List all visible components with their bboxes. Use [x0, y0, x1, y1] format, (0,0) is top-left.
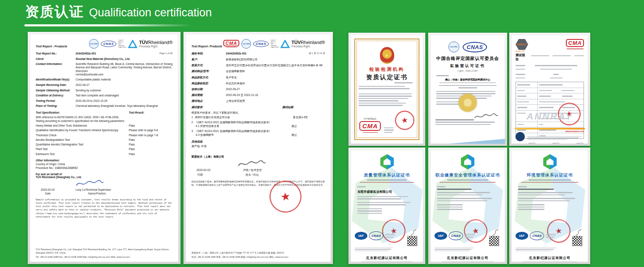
cma-cert-body-placeholder — [359, 86, 415, 106]
report-no-value: 244433452b 001 — [226, 52, 309, 55]
date-line-placeholder — [518, 207, 545, 208]
cnas-logo-icon: CNAS — [530, 231, 544, 240]
cma-cert-title-2: 资质认定证书 — [359, 73, 415, 81]
text-line-placeholder — [359, 93, 412, 95]
accreditation-logos: IAF CNAS — [516, 231, 556, 240]
cell-placeholder — [539, 90, 552, 91]
test-result-header: Test Result: — [129, 111, 173, 114]
other-info-1: 原产地: 中国 — [191, 145, 325, 148]
report-field-row: 样品获取方式: 客户寄送 — [191, 76, 325, 79]
emblem-star-icon: ★ — [385, 53, 389, 58]
tuv-wordmark: Rheinland® — [301, 40, 325, 45]
field-value: 上海化学实验室 — [226, 99, 245, 102]
cnas-logo-icon: CNAS — [463, 42, 487, 52]
text-line-placeholder — [516, 251, 551, 251]
footer-address: TÜV Rheinland (Shanghai) Co., Ltd. Shang… — [36, 248, 173, 254]
field-label: Testing Period: — [36, 99, 76, 103]
value-placeholder — [540, 69, 572, 70]
ilac-mra-icon: ILAC-MRA — [448, 41, 459, 52]
logo-row-cn: CMA ILAC-MRA CNAS 中国认可 国际互认 检测 TESTING C… — [223, 39, 325, 49]
field-value: 样品完好未损坏 — [226, 82, 245, 85]
text-line-placeholder — [384, 130, 394, 131]
spec-no: 1 — [191, 116, 193, 119]
certificate-cma-accreditation[interactable]: ★ 检验检测机构 资质认定证书 许可使用标志 — [348, 33, 425, 146]
label-placeholder — [518, 186, 527, 187]
spec-intro: 根据客户的要求，对以下参数进行测试。 — [191, 111, 325, 114]
certificate-annray-report[interactable]: ANNRAY Green Life CMA 测试报告 — [509, 33, 590, 146]
spec-result: Pass — [129, 138, 173, 142]
certificate-iso-quality[interactable]: 质量管理体系认证证书 东莞市硕泰实业有限公司 IAF CNAS — [348, 148, 425, 264]
field-value: 2022-06-29 至 2022-12-16 — [226, 93, 258, 96]
spec-row: Quantitative Aerobic Disintegration Test… — [36, 143, 173, 146]
field-value: Chemical laboratory Shanghai& Kunshan, T… — [76, 104, 158, 107]
cell-placeholder — [517, 90, 525, 91]
spec-intro-2: Testing according to customer's specific… — [36, 119, 173, 123]
date-line-placeholder — [436, 101, 461, 103]
report-field-row: Testing Period: 2022-06-29 to 2022-10-25 — [36, 99, 173, 103]
iaf-logo-icon: IAF — [435, 232, 447, 240]
cma-number-placeholder — [363, 132, 378, 133]
text-line-placeholder — [357, 204, 406, 205]
certificate-iso-environment[interactable]: 环境管理体系认证证书 IAF CNAS — [509, 148, 590, 264]
spec-result-top: 参见第3-4页 — [293, 116, 325, 119]
blue-swoosh-decoration — [430, 136, 505, 144]
tuv-slogan: Precisely Right. — [291, 45, 325, 48]
date-line-placeholder — [437, 204, 463, 205]
report-field-row: 客户: 硕泰新材料(深圳)有限公司 — [191, 58, 325, 61]
field-label: Sample Obtaining Method: — [36, 89, 76, 92]
cnas-text-placeholder — [465, 233, 475, 238]
annray-watermark: ANNRAY — [511, 111, 588, 122]
value-placeholder — [535, 65, 577, 66]
date-line-placeholder — [357, 213, 382, 214]
spec-item: 1 傅里叶变换红外光谱定性分析 参见第3-4页 — [191, 116, 325, 119]
field-label: Place of Testing: — [36, 104, 76, 108]
text-line-placeholder — [465, 237, 473, 238]
certificate-tuv-report-cn[interactable]: Test Report- Products CMA ILAC-MRA CNAS … — [183, 32, 333, 264]
spec-name: Aerobic Biodegradation Test — [36, 138, 129, 142]
name-label: Name/Position — [88, 192, 106, 195]
report-fields: 客户: 硕泰新材料(深圳)有限公司 联系方式: 深圳市宝安区西乡街道劳动社区西乡… — [191, 55, 325, 103]
red-seal-stamp-icon: ★ — [394, 109, 416, 131]
signature-icon — [524, 141, 536, 144]
cma-logo-icon: CMA — [223, 40, 239, 48]
license-label: 许可使用标志 — [359, 117, 381, 120]
national-emblem-icon: ★ — [380, 47, 394, 64]
qualification-section: 资质认证 Qualification certification Test Re… — [0, 0, 644, 267]
text-line-placeholder — [465, 234, 475, 235]
field-label: Contact Information: — [36, 62, 76, 76]
cma-cert-title-1: 检验检测机构 — [359, 66, 415, 73]
cell-placeholder — [539, 130, 556, 131]
tuv-report-cn-content: Test Report- Products CMA ILAC-MRA CNAS … — [186, 34, 331, 262]
behalf-line-1: For and on behalf of — [36, 173, 173, 176]
spec-name: Heavy Metals and Other Toxic Substances — [36, 124, 129, 127]
field-value: 2022-06-29 to 2022-10-25 — [76, 99, 107, 102]
certificate-iso-ohs[interactable]: 职业健康安全管理体系认证证书 IAF CNAS — [428, 148, 507, 264]
company-placeholder — [518, 189, 554, 190]
cnas-org-name: 中国合格评定国家认可委员会 — [430, 56, 505, 62]
text-line-placeholder — [385, 236, 395, 236]
legal-disclaimer: 样品信息由客户提供。测试结果根据所做测试的种类和范围决定。本测试报告仅对来样负责… — [191, 180, 325, 187]
text-line-placeholder — [384, 132, 393, 133]
certificate-tuv-report-en[interactable]: Test Report - Products ILAC-MRA CNAS 中国认… — [28, 32, 181, 264]
field-label: Condition at Delivery: — [36, 94, 76, 97]
legal-disclaimer: Sample information is provided by custom… — [36, 198, 173, 219]
sign-date: 2023-02-02 — [36, 188, 76, 191]
qr-code-icon — [407, 236, 417, 246]
spec-name: 《GB/T 41010-2021 生物降解塑料与制品降解性能及标识要求》 — [195, 121, 283, 124]
report-no-label: 报告号码: — [191, 52, 226, 55]
field-value: 2022-06-27 — [226, 88, 240, 91]
test-result-header: 测试结果: — [282, 106, 325, 109]
ilac-mra-icon: ILAC-MRA — [89, 39, 99, 49]
report-field-row: 测试样品/型号: 全生物降解塑料 — [191, 70, 325, 73]
footer-contacts: 电话: +86 21 6108 1188 传真: +86 21 6108 109… — [191, 255, 325, 259]
report-no-label: Test Report No.: — [36, 52, 76, 55]
cert-no-placeholder — [394, 82, 413, 83]
field-value: 深圳市宝安区西乡街道劳动社区西乡大道和宝源路交汇处中央大道科研楼A 座 4B — [226, 64, 322, 67]
tuv-wordmark: Rheinland® — [148, 40, 173, 45]
date-line-placeholder — [357, 208, 382, 210]
certificate-cnas-laboratory[interactable]: ILAC-MRA CNAS 中国合格评定国家认可委员会 实验室认可证书 （注册号… — [428, 33, 507, 146]
tuv-slogan: Precisely Right. — [139, 45, 173, 48]
cnas-logo-icon: CNAS — [101, 41, 116, 47]
annray-signatures — [516, 141, 584, 144]
cnas-holder-name: 佛山（华南）新材料研究院材料测试中心 — [440, 78, 496, 83]
